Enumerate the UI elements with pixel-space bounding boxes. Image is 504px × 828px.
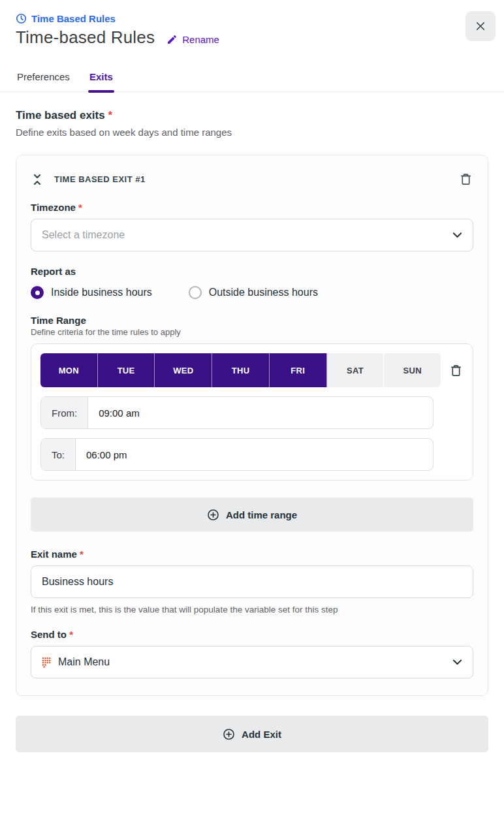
section-subtitle: Define exits based on week days and time…: [16, 127, 488, 138]
close-icon: [475, 20, 486, 32]
radio-outside-business-hours[interactable]: Outside business hours: [189, 286, 318, 299]
to-value[interactable]: 06:00 pm: [76, 439, 433, 470]
section-title: Time based exits *: [16, 109, 488, 122]
exit-card-header: TIME BASED EXIT #1: [31, 171, 473, 187]
to-time-input[interactable]: To: 06:00 pm: [40, 438, 433, 471]
exit-name-value: Business hours: [42, 576, 113, 588]
report-as-label: Report as: [31, 266, 473, 277]
add-exit-label: Add Exit: [242, 729, 281, 740]
day-button-mon[interactable]: MON: [40, 353, 98, 387]
menu-dots-icon: [42, 657, 51, 668]
trash-icon: [450, 364, 462, 377]
clock-icon: [16, 13, 27, 24]
breadcrumb-label: Time Based Rules: [31, 13, 116, 24]
day-button-sun[interactable]: SUN: [384, 353, 441, 387]
send-to-select[interactable]: Main Menu: [31, 646, 473, 678]
delete-exit-button[interactable]: [458, 171, 473, 187]
title-row: Time-based Rules Rename: [16, 27, 488, 48]
timezone-select[interactable]: Select a timezone: [31, 219, 473, 251]
page-title: Time-based Rules: [16, 27, 155, 48]
send-to-label-text: Send to: [31, 629, 67, 640]
add-time-range-label: Add time range: [226, 509, 297, 520]
exit-card-title: TIME BASED EXIT #1: [54, 174, 448, 184]
collapse-button[interactable]: [31, 172, 44, 187]
close-button[interactable]: [465, 11, 496, 41]
rename-label: Rename: [182, 34, 219, 45]
required-asterisk: *: [80, 549, 84, 560]
required-asterisk: *: [78, 202, 82, 213]
rename-button[interactable]: Rename: [166, 34, 219, 45]
add-time-range-button[interactable]: Add time range: [31, 498, 473, 532]
timezone-placeholder: Select a timezone: [42, 229, 452, 241]
day-button-sat[interactable]: SAT: [327, 353, 385, 387]
plus-circle-icon: [207, 509, 219, 521]
radio-inside-business-hours[interactable]: Inside business hours: [31, 286, 152, 299]
report-as-options: Inside business hours Outside business h…: [31, 286, 473, 299]
day-strip: MON TUE WED THU FRI SAT SUN: [40, 353, 441, 387]
time-range-label: Time Range: [31, 315, 473, 326]
add-exit-button[interactable]: Add Exit: [16, 716, 488, 752]
from-time-input[interactable]: From: 09:00 am: [40, 396, 433, 429]
day-row: MON TUE WED THU FRI SAT SUN: [40, 353, 464, 387]
plus-circle-icon: [223, 728, 235, 740]
time-range-subtitle: Define criteria for the time rules to ap…: [31, 327, 473, 337]
tab-exits[interactable]: Exits: [88, 67, 114, 91]
day-button-thu[interactable]: THU: [212, 353, 270, 387]
collapse-vertical-icon: [32, 173, 42, 186]
chevron-down-icon: [452, 232, 462, 238]
time-range-box: MON TUE WED THU FRI SAT SUN: [31, 343, 473, 481]
chevron-down-icon: [452, 659, 462, 665]
required-asterisk: *: [108, 109, 112, 121]
day-button-wed[interactable]: WED: [155, 353, 212, 387]
time-based-exit-card: TIME BASED EXIT #1 Timezone * Select a t…: [16, 155, 488, 696]
to-label: To:: [41, 439, 76, 470]
section-title-text: Time based exits: [16, 109, 105, 121]
exit-name-helper: If this exit is met, this is the value t…: [31, 605, 473, 614]
delete-time-range-button[interactable]: [449, 362, 464, 379]
day-button-tue[interactable]: TUE: [98, 353, 155, 387]
exit-name-label: Exit name *: [31, 549, 473, 560]
exit-name-input[interactable]: Business hours: [31, 565, 473, 598]
timezone-label: Timezone *: [31, 202, 473, 213]
breadcrumb[interactable]: Time Based Rules: [16, 13, 488, 24]
timezone-label-text: Timezone: [31, 202, 76, 213]
required-asterisk: *: [69, 629, 73, 640]
pencil-icon: [166, 34, 178, 45]
from-value[interactable]: 09:00 am: [88, 397, 433, 428]
tab-bar: Preferences Exits: [0, 67, 504, 92]
radio-icon: [31, 286, 44, 299]
trash-icon: [460, 172, 472, 186]
send-to-value: Main Menu: [58, 656, 110, 668]
radio-label: Outside business hours: [209, 287, 318, 298]
day-button-fri[interactable]: FRI: [270, 353, 327, 387]
send-to-label: Send to *: [31, 629, 473, 640]
radio-label: Inside business hours: [51, 287, 152, 298]
time-based-rules-panel: Time Based Rules Time-based Rules Rename…: [0, 0, 504, 828]
tab-preferences[interactable]: Preferences: [16, 67, 71, 91]
radio-icon: [189, 286, 202, 299]
from-label: From:: [41, 397, 88, 428]
exit-name-label-text: Exit name: [31, 549, 77, 560]
